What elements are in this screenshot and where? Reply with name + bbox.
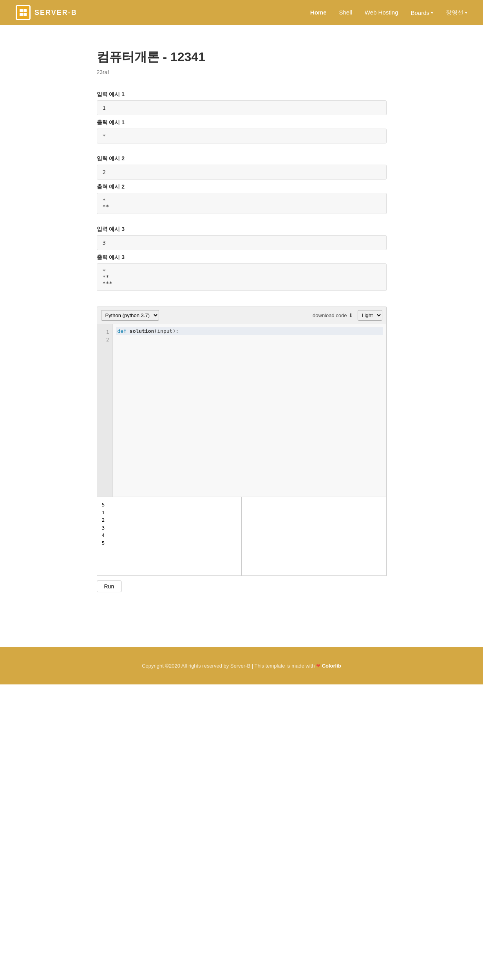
editor-toolbar: Python (python 3.7) C C++ Java download … [97, 307, 387, 324]
colorlib-link[interactable]: Colorlib [322, 663, 341, 669]
footer-text: Copyright ©2020 All rights reserved by S… [8, 663, 475, 669]
input-label-3: 입력 예시 3 [97, 226, 387, 233]
output-box-2: * ** [97, 193, 387, 214]
line-num-1: 1 [100, 328, 109, 336]
page-subtitle: 23raf [97, 69, 387, 75]
svg-rect-1 [24, 9, 27, 12]
input-label-1: 입력 예시 1 [97, 91, 387, 98]
example-group-3: 입력 예시 3 3 출력 예시 3 * ** *** [97, 226, 387, 291]
output-box-3: * ** *** [97, 263, 387, 291]
logo-text: SERVER-B [34, 9, 77, 17]
boards-dropdown-icon: ▾ [431, 10, 433, 15]
run-button[interactable]: Run [97, 581, 122, 592]
page-title: 컴퓨터개론 - 12341 [97, 49, 387, 66]
toolbar-right: download code ⬇ Light Dark [313, 310, 382, 321]
output-label-2: 출력 예시 2 [97, 183, 387, 191]
input-textarea[interactable]: 5 1 2 3 4 5 [97, 497, 242, 575]
download-icon: ⬇ [349, 312, 353, 318]
input-box-3: 3 [97, 235, 387, 250]
output-box-1: * [97, 129, 387, 143]
code-content[interactable]: def solution(input): [113, 324, 386, 497]
code-editor: 1 2 def solution(input): [97, 324, 387, 497]
output-label-1: 출력 예시 1 [97, 119, 387, 126]
input-label-2: 입력 예시 2 [97, 155, 387, 162]
main-content: 컴퓨터개론 - 12341 23raf 입력 예시 1 1 출력 예시 1 * … [89, 25, 394, 624]
navbar: SERVER-B Home Shell Web Hosting Boards ▾… [0, 0, 483, 25]
line-num-2: 2 [100, 336, 109, 344]
nav-item-home[interactable]: Home [310, 9, 327, 16]
output-textarea[interactable] [242, 497, 386, 575]
line-numbers: 1 2 [97, 324, 113, 497]
nav-item-shell[interactable]: Shell [339, 9, 352, 16]
heart-icon: ❤ [316, 663, 322, 669]
theme-select[interactable]: Light Dark [358, 310, 382, 321]
download-link[interactable]: download code ⬇ [313, 312, 353, 318]
svg-rect-0 [20, 9, 23, 12]
input-box-2: 2 [97, 165, 387, 180]
nav-item-user[interactable]: 장영선 ▾ [446, 9, 467, 16]
output-label-3: 출력 예시 3 [97, 254, 387, 261]
svg-rect-2 [20, 13, 23, 16]
code-line-2 [118, 335, 121, 341]
footer: Copyright ©2020 All rights reserved by S… [0, 647, 483, 684]
user-dropdown-icon: ▾ [465, 10, 467, 15]
nav-links: Home Shell Web Hosting Boards ▾ 장영선 ▾ [310, 9, 467, 16]
nav-item-boards[interactable]: Boards ▾ [411, 9, 433, 16]
code-line-1: def solution(input): [116, 327, 383, 335]
logo[interactable]: SERVER-B [16, 5, 77, 20]
example-group-1: 입력 예시 1 1 출력 예시 1 * [97, 91, 387, 143]
io-area: 5 1 2 3 4 5 [97, 497, 387, 576]
logo-icon [16, 5, 31, 20]
svg-rect-3 [24, 13, 27, 16]
editor-section: Python (python 3.7) C C++ Java download … [97, 307, 387, 592]
language-select[interactable]: Python (python 3.7) C C++ Java [101, 310, 159, 321]
nav-item-webhosting[interactable]: Web Hosting [365, 9, 398, 16]
input-box-1: 1 [97, 100, 387, 115]
example-group-2: 입력 예시 2 2 출력 예시 2 * ** [97, 155, 387, 214]
